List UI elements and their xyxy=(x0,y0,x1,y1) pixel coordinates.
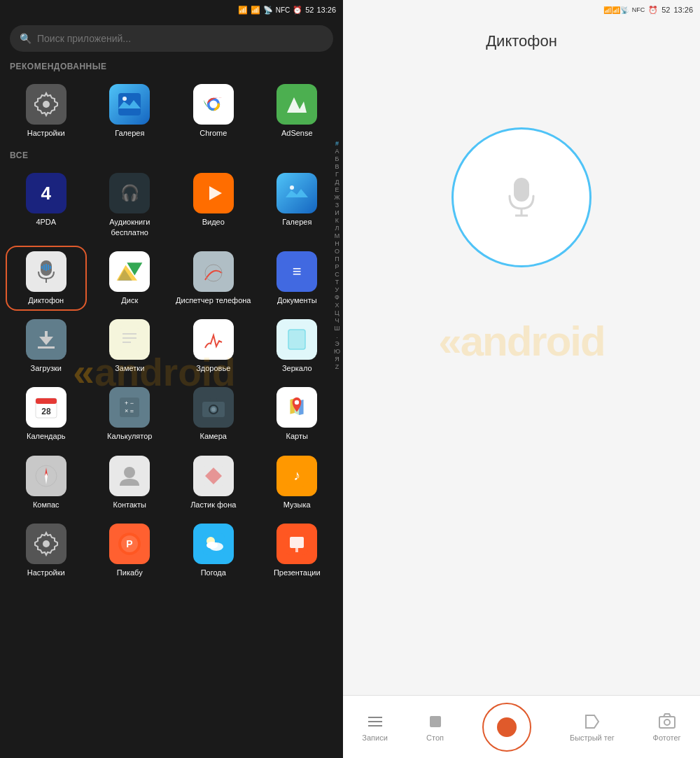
app-label-weather: Погода xyxy=(201,568,226,577)
app-item-drive[interactable]: Диск xyxy=(90,246,171,311)
app-icon-calendar: пятница 28 xyxy=(26,387,66,428)
app-label-camera: Камера xyxy=(200,431,227,441)
scrollable-content: «android РЕКОМЕНДОВАННЫЕ Настройки xyxy=(0,57,343,758)
alpha-l[interactable]: Л xyxy=(332,225,342,232)
app-item-gallery2[interactable]: Галерея xyxy=(257,167,338,243)
presentations-svg-icon xyxy=(284,531,309,556)
app-icon-maps xyxy=(276,387,317,428)
app-item-eraser[interactable]: Ластик фона xyxy=(173,450,254,515)
alpha-zh[interactable]: Ж xyxy=(332,194,342,201)
stop-button[interactable]: Стоп xyxy=(426,713,444,742)
svg-rect-63 xyxy=(430,716,441,727)
alpha-b[interactable]: Б xyxy=(332,155,342,162)
app-item-mirror[interactable]: Зеркало xyxy=(257,314,338,379)
alarm-icon: ⏰ xyxy=(293,6,302,15)
app-item-health[interactable]: Здоровье xyxy=(173,314,254,379)
alpha-f[interactable]: Ф xyxy=(332,294,342,301)
app-item-downloads[interactable]: Загрузки xyxy=(6,314,87,379)
alpha-r[interactable]: Р xyxy=(332,263,342,270)
app-item-audiobooks[interactable]: 🎧 Аудиокниги бесплатно xyxy=(90,167,171,243)
app-item-presentations[interactable]: Презентации xyxy=(257,518,338,583)
app-icon-mirror xyxy=(276,319,317,360)
app-label-health: Здоровье xyxy=(196,363,230,373)
app-item-calculator[interactable]: + − × = Калькулятор xyxy=(90,381,171,447)
alpha-x[interactable]: Х xyxy=(332,302,342,309)
alpha-n[interactable]: Н xyxy=(332,240,342,247)
app-item-pikabu[interactable]: P Пикабу xyxy=(90,518,171,583)
gallery2-svg-icon xyxy=(284,181,309,206)
mirror-svg-icon xyxy=(284,327,309,352)
alpha-sh[interactable]: Ш xyxy=(332,325,342,332)
alpha-e[interactable]: Е xyxy=(332,186,342,193)
app-item-settings[interactable]: Настройки xyxy=(6,78,87,143)
alpha-yu[interactable]: Ю xyxy=(332,348,342,355)
alpha-u[interactable]: У xyxy=(332,286,342,293)
app-item-dispatcher[interactable]: Диспетчер телефона xyxy=(173,246,254,311)
quick-tag-button[interactable]: Быстрый тег xyxy=(570,713,615,742)
alpha-i[interactable]: И xyxy=(332,209,342,216)
alpha-ch[interactable]: Ч xyxy=(332,317,342,324)
svg-rect-17 xyxy=(45,331,48,338)
alpha-d[interactable]: Д xyxy=(332,178,342,185)
alpha-a[interactable]: А xyxy=(332,148,342,155)
app-icon-calculator: + − × = xyxy=(109,387,150,428)
app-item-compass[interactable]: Компас xyxy=(6,450,87,515)
nfc-icon: NFC xyxy=(276,6,290,14)
app-item-music[interactable]: ♪ Музыка xyxy=(257,450,338,515)
app-label-eraser: Ластик фона xyxy=(190,500,236,510)
alpha-m[interactable]: М xyxy=(332,232,342,239)
quick-tag-icon xyxy=(583,713,601,731)
app-icon-compass xyxy=(26,456,66,496)
svg-marker-6 xyxy=(209,186,222,200)
photo-tag-icon xyxy=(658,713,676,731)
svg-rect-23 xyxy=(288,330,305,349)
alpha-hash[interactable]: # xyxy=(332,140,342,147)
app-item-maps[interactable]: Карты xyxy=(257,381,338,447)
signal-icons: 📶 📶 📡 NFC ⏰ 52 13:26 xyxy=(238,6,336,15)
app-item-4pda[interactable]: 4 4PDA xyxy=(6,167,87,243)
app-item-settings2[interactable]: Настройки xyxy=(6,518,87,583)
app-item-contacts[interactable]: Контакты xyxy=(90,450,171,515)
alpha-z[interactable]: З xyxy=(332,202,342,209)
app-label-settings: Настройки xyxy=(27,128,65,138)
alpha-ts[interactable]: Ц xyxy=(332,309,342,316)
search-input[interactable] xyxy=(37,33,323,44)
alpha-e2[interactable]: Э xyxy=(332,340,342,347)
search-bar[interactable]: 🔍 xyxy=(10,25,333,52)
wifi2-icon: 📡 xyxy=(263,6,273,15)
alpha-latin-z[interactable]: Z xyxy=(332,363,342,370)
adsense-svg-icon xyxy=(284,92,309,117)
records-button[interactable]: Записи xyxy=(362,713,388,742)
alpha-ya[interactable]: Я xyxy=(332,356,342,363)
app-item-calendar[interactable]: пятница 28 Календарь xyxy=(6,381,87,447)
record-button[interactable] xyxy=(482,703,531,752)
app-icon-docs: ≡ xyxy=(276,251,317,292)
app-item-gallery[interactable]: Галерея xyxy=(90,78,171,143)
records-icon xyxy=(366,713,384,731)
alpha-p[interactable]: П xyxy=(332,255,342,262)
app-item-weather[interactable]: Погода xyxy=(173,518,254,583)
alpha-o[interactable]: О xyxy=(332,248,342,255)
mic-circle-outer[interactable] xyxy=(451,127,592,267)
app-item-dictaphone[interactable]: Диктофон xyxy=(6,246,87,311)
alpha-dot[interactable]: . xyxy=(332,332,342,339)
app-item-docs[interactable]: ≡ Документы xyxy=(257,246,338,311)
search-icon: 🔍 xyxy=(20,33,31,44)
app-icon-settings2 xyxy=(26,524,66,564)
app-icon-dictaphone xyxy=(26,251,66,292)
alpha-t[interactable]: Т xyxy=(332,279,342,286)
svg-point-65 xyxy=(664,720,670,725)
alpha-g[interactable]: Г xyxy=(332,171,342,178)
contacts-svg-icon xyxy=(117,463,142,489)
app-item-camera[interactable]: Камера xyxy=(173,381,254,447)
photo-tag-button[interactable]: Фототег xyxy=(653,713,681,742)
alpha-v[interactable]: В xyxy=(332,163,342,170)
app-item-adsense[interactable]: AdSense xyxy=(257,78,338,143)
app-item-video[interactable]: Видео xyxy=(173,167,254,243)
app-item-notes[interactable]: Заметки xyxy=(90,314,171,379)
alpha-k[interactable]: К xyxy=(332,217,342,224)
app-icon-adsense xyxy=(276,84,317,125)
alpha-s[interactable]: С xyxy=(332,271,342,278)
app-item-chrome[interactable]: Chrome xyxy=(173,78,254,143)
app-icon-presentations xyxy=(276,524,317,564)
